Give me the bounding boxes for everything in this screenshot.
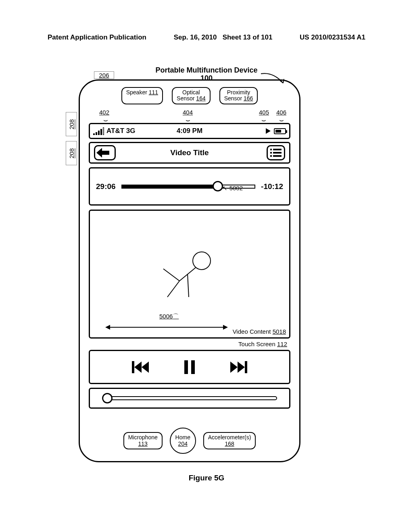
speaker-box: Speaker 111: [121, 87, 163, 104]
time-elapsed: 29:06: [96, 182, 116, 191]
sheet-info: Sep. 16, 2010 Sheet 13 of 101: [174, 33, 273, 42]
ref-404: 404: [183, 109, 193, 116]
ref-206: 206: [94, 71, 114, 79]
pointer-arrow-icon: [259, 72, 287, 85]
volume-knob[interactable]: [102, 393, 113, 403]
touchscreen-label: Touch Screen 112: [238, 341, 287, 347]
scrubber-knob[interactable]: [213, 181, 223, 191]
ref-406: 406: [276, 109, 286, 116]
ref-208a: 208: [66, 112, 77, 136]
nav-bar: Video Title: [89, 142, 290, 164]
carrier-label: AT&T 3G: [106, 127, 135, 135]
playback-controls: [89, 350, 290, 384]
volume-area: [89, 388, 290, 409]
accelerometer-box: Accelerometer(s)168: [203, 432, 256, 449]
pause-button[interactable]: [184, 360, 195, 374]
status-bar: AT&T 3G 4:09 PM: [89, 123, 290, 139]
page-header: Patent Application Publication Sep. 16, …: [48, 33, 365, 42]
skip-back-button[interactable]: [132, 361, 149, 373]
ref-405: 405: [259, 109, 269, 116]
svg-point-0: [193, 252, 211, 270]
proximity-sensor-box: Proximity Sensor 166: [219, 87, 258, 104]
video-content-label: Video Content 5018: [233, 328, 286, 335]
home-button[interactable]: Home 204: [170, 428, 196, 454]
list-button[interactable]: [267, 145, 285, 160]
optical-sensor-box: Optical Sensor 164: [172, 87, 211, 104]
svg-line-2: [163, 269, 179, 281]
scrubber-area: 29:06 -10:12 ↖ 5002: [89, 167, 290, 206]
skip-forward-button[interactable]: [230, 361, 247, 373]
status-time: 4:09 PM: [177, 127, 202, 135]
microphone-box: Microphone113: [123, 432, 163, 449]
top-components: Speaker 111 Optical Sensor 164 Proximity…: [80, 87, 299, 104]
time-remaining: -10:12: [261, 182, 283, 191]
ref-402: 402: [99, 109, 109, 116]
video-content-area[interactable]: 5006⌒ Video Content 5018: [89, 210, 290, 339]
pub-label: Patent Application Publication: [48, 33, 146, 42]
back-arrow-icon: [100, 151, 109, 155]
signal-icon: [93, 127, 104, 135]
gesture-arrow-icon: [106, 327, 227, 328]
stick-figure-icon: [157, 239, 222, 303]
device-frame: 206 208 208 Speaker 111 Optical Sensor 1…: [79, 79, 300, 462]
figure-caption: Figure 5G: [0, 474, 413, 482]
device-title: Portable Multifunction Device: [0, 66, 413, 75]
svg-line-4: [188, 274, 189, 297]
back-button[interactable]: [94, 145, 116, 160]
nav-title: Video Title: [170, 148, 209, 157]
bottom-components: Microphone113 Home 204 Accelerometer(s)1…: [80, 428, 299, 454]
ref-5006: 5006⌒: [159, 313, 179, 320]
pub-number: US 2010/0231534 A1: [300, 33, 365, 42]
svg-line-3: [167, 281, 179, 297]
ref-5002: ↖ 5002: [222, 185, 243, 192]
play-indicator-icon: [266, 128, 271, 134]
battery-icon: [274, 128, 286, 134]
ref-208b: 208: [66, 141, 77, 165]
volume-slider[interactable]: [106, 396, 277, 400]
